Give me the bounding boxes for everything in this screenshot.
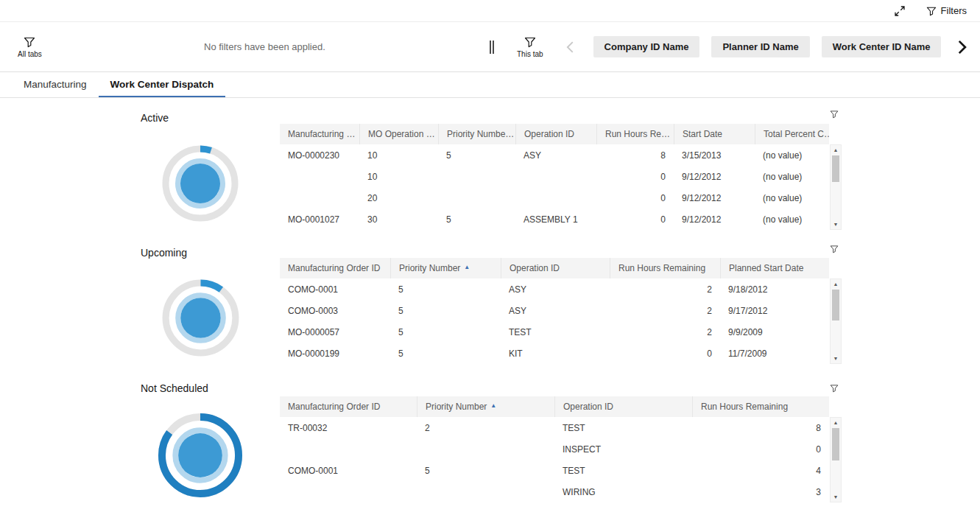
scroll-down-icon[interactable]: ▼: [831, 492, 841, 502]
section-title: Upcoming: [141, 247, 187, 259]
column-header-label: Manufacturing Order ID: [288, 263, 380, 273]
table-row[interactable]: MO-0000230105ASY83/15/2013(no value): [280, 144, 829, 166]
table-row[interactable]: INSPECT0: [280, 438, 829, 460]
table-row[interactable]: 1009/12/2012(no value): [280, 166, 829, 187]
table-row[interactable]: COMO-00015ASY29/18/2012: [280, 278, 829, 300]
donut-chart[interactable]: [159, 142, 242, 225]
filter-chip-planner-id-name[interactable]: Planner ID Name: [711, 36, 809, 57]
cell: [280, 481, 417, 502]
column-header[interactable]: Planned Start Date: [720, 258, 829, 278]
column-header[interactable]: Priority Number▲: [390, 258, 501, 278]
vertical-scrollbar[interactable]: ▲▼: [830, 144, 842, 230]
chips-scroll-left-button[interactable]: [563, 39, 579, 55]
filter-icon: [524, 36, 536, 48]
tab-work-center-dispatch[interactable]: Work Center Dispatch: [99, 72, 226, 97]
filter-chip-company-id-name[interactable]: Company ID Name: [593, 36, 700, 57]
section-filter-button[interactable]: [830, 245, 839, 253]
cell: 0: [596, 166, 674, 187]
column-header[interactable]: Start Date: [674, 124, 755, 144]
sort-asc-icon: ▲: [464, 264, 470, 270]
cell: 5: [390, 343, 501, 364]
dashboard-content: Active Manufacturing …MO Operation …Prio…: [0, 98, 980, 515]
table-row[interactable]: 2009/12/2012(no value): [280, 187, 829, 209]
column-header[interactable]: Manufacturing Order ID: [280, 258, 390, 278]
filter-chip-work-center-id-name[interactable]: Work Center ID Name: [822, 36, 942, 57]
cell: 2: [417, 417, 554, 438]
section-filter-button[interactable]: [830, 384, 839, 393]
this-tab-filter-button[interactable]: This tab: [517, 36, 543, 58]
cell: [438, 187, 515, 209]
pane-resize-handle[interactable]: [487, 22, 496, 71]
chevron-right-icon: [952, 38, 971, 57]
scroll-up-icon[interactable]: ▲: [831, 279, 841, 289]
cell: 5: [417, 460, 554, 481]
donut-chart[interactable]: [159, 276, 242, 360]
all-tabs-filter-button[interactable]: All tabs: [18, 36, 42, 58]
data-table: Manufacturing Order IDPriority Number▲Op…: [280, 396, 829, 502]
column-header[interactable]: Priority Numbe…: [438, 124, 515, 144]
cell: MO-0000057: [280, 321, 390, 343]
table-row[interactable]: MO-0001027305ASSEMBLY 109/12/2012(no val…: [280, 209, 829, 230]
column-header[interactable]: Total Percent C…: [755, 124, 829, 144]
column-header[interactable]: MO Operation …: [359, 124, 438, 144]
column-header[interactable]: Run Hours Remaining: [692, 396, 829, 417]
column-header[interactable]: Run Hours Remaining: [610, 258, 720, 278]
column-header[interactable]: Operation ID: [501, 258, 610, 278]
column-header[interactable]: Run Hours Re…: [596, 124, 674, 144]
cell: 9/12/2012: [674, 187, 755, 209]
expand-button[interactable]: [894, 5, 906, 17]
vertical-scrollbar[interactable]: ▲▼: [830, 417, 842, 502]
cell: 5: [390, 321, 501, 343]
cell: TEST: [554, 460, 692, 481]
cell: 9/9/2009: [720, 321, 829, 343]
table-row[interactable]: COMO-00015TEST4: [280, 460, 829, 481]
table-row[interactable]: MO-00001995KIT011/7/2009: [280, 343, 829, 364]
cell: WIRING: [554, 481, 692, 502]
cell: MO-0000199: [280, 343, 390, 364]
all-tabs-label: All tabs: [18, 50, 42, 58]
column-header[interactable]: Manufacturing Order ID: [280, 396, 417, 417]
scroll-up-icon[interactable]: ▲: [831, 418, 841, 427]
cell: [515, 166, 596, 187]
scrollbar-thumb[interactable]: [832, 155, 839, 182]
cell: 3: [692, 481, 829, 502]
tab-manufacturing[interactable]: Manufacturing: [12, 72, 99, 97]
cell: COMO-0001: [280, 460, 417, 481]
table-header-row: Manufacturing …MO Operation …Priority Nu…: [280, 124, 829, 144]
cell: 0: [596, 187, 674, 209]
filters-button[interactable]: Filters: [926, 5, 967, 16]
scrollbar-thumb[interactable]: [832, 290, 839, 320]
expand-icon: [894, 5, 906, 17]
column-header[interactable]: Manufacturing …: [280, 124, 359, 144]
column-header[interactable]: Priority Number▲: [417, 396, 554, 417]
column-header-label: Operation ID: [563, 402, 613, 412]
cell: INSPECT: [554, 438, 692, 460]
table-row[interactable]: COMO-00035ASY29/17/2012: [280, 300, 829, 321]
table-row[interactable]: TR-000322TEST8: [280, 417, 829, 438]
scroll-up-icon[interactable]: ▲: [831, 145, 841, 155]
scrollbar-thumb[interactable]: [832, 428, 839, 460]
chips-scroll-right-button[interactable]: [952, 38, 971, 57]
table-header-row: Manufacturing Order IDPriority Number▲Op…: [280, 258, 829, 278]
filter-icon: [830, 384, 839, 393]
cell: COMO-0003: [280, 300, 390, 321]
chevron-left-icon: [563, 39, 579, 55]
filter-icon: [24, 36, 35, 48]
vertical-scrollbar[interactable]: ▲▼: [830, 278, 842, 364]
column-header-label: Run Hours Remaining: [618, 263, 705, 273]
cell: 8: [596, 144, 674, 166]
scroll-down-icon[interactable]: ▼: [831, 354, 841, 363]
column-header[interactable]: Operation ID: [515, 124, 596, 144]
section-filter-button[interactable]: [830, 110, 839, 119]
cell: 0: [610, 343, 720, 364]
cell: TR-00032: [280, 417, 417, 438]
donut-chart[interactable]: [155, 410, 246, 501]
filter-chips: Company ID NamePlanner ID NameWork Cente…: [593, 36, 942, 57]
column-header[interactable]: Operation ID: [554, 396, 692, 417]
column-header-label: Planned Start Date: [729, 263, 803, 273]
no-filters-message: No filters have been applied.: [42, 41, 487, 52]
table-row[interactable]: MO-00000575TEST29/9/2009: [280, 321, 829, 343]
table-row[interactable]: WIRING3: [280, 481, 829, 502]
scroll-down-icon[interactable]: ▼: [831, 220, 841, 229]
cell: 8: [692, 417, 829, 438]
